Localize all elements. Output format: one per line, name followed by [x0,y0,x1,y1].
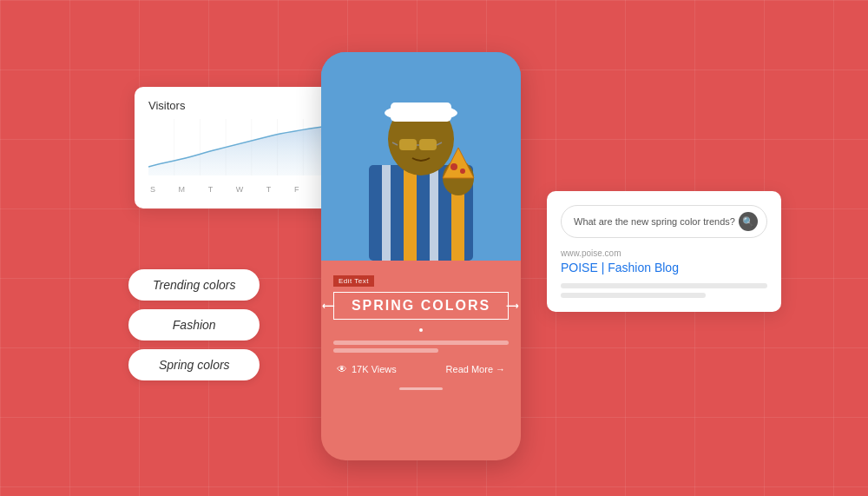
search-result-title[interactable]: POISE | Fashion Blog [561,261,767,274]
content-lines [333,341,509,353]
search-result-url: www.poise.com [561,248,767,258]
svg-point-25 [450,163,457,170]
spring-colors-button[interactable]: Spring colors [128,349,260,380]
content-line-2 [333,348,438,353]
analytics-title: Visitors [148,99,329,112]
fashion-button[interactable]: Fashion [128,309,260,341]
svg-point-26 [460,169,465,174]
search-result-line-1 [561,283,767,288]
person-svg [321,52,521,261]
search-card: What are the new spring color trends? 🔍 … [547,191,781,312]
phone-bottom-bar [399,387,443,390]
pills-container: Trending colors Fashion Spring colors [128,269,260,380]
chart-label-w: W [236,185,244,194]
spring-colors-title: SPRING COLORS [333,292,509,320]
edit-text-label: Edit Text [333,275,374,287]
chart-label-s1: S [150,185,155,194]
read-more-text: Read More [446,364,493,374]
search-query-text: What are the new spring color trends? [574,216,739,227]
analytics-card: Visitors S M T [135,87,343,208]
svg-rect-11 [430,165,438,261]
phone-footer: 👁 17K Views Read More → [333,363,509,375]
chart-labels: S M T W T F S [148,185,329,194]
views-section: 👁 17K Views [337,363,397,375]
search-box[interactable]: What are the new spring color trends? 🔍 [561,205,767,238]
svg-rect-9 [382,165,391,261]
chart-label-t2: T [266,185,272,194]
chart-area: S M T W T F S [148,119,329,190]
svg-rect-16 [391,103,451,122]
phone-image [321,52,521,261]
search-result-lines [561,283,767,298]
views-count: 17K Views [352,364,397,374]
eye-icon: 👁 [337,363,347,375]
phone-content: Edit Text SPRING COLORS 👁 17K Views Read… [321,261,521,400]
dot-indicator [419,328,423,332]
read-more-link[interactable]: Read More → [446,364,505,374]
chart-label-f: F [294,185,299,194]
visitors-chart [148,119,329,180]
svg-rect-17 [399,139,417,150]
arrow-right-icon: → [496,364,505,374]
search-icon-glyph: 🔍 [742,216,754,228]
chart-label-m: M [179,185,186,194]
search-result-line-2 [561,293,706,298]
content-line-1 [333,341,509,345]
chart-label-t1: T [208,185,214,194]
search-icon[interactable]: 🔍 [739,212,758,231]
trending-colors-button[interactable]: Trending colors [128,269,260,301]
svg-rect-18 [419,139,437,150]
svg-rect-10 [404,165,417,261]
phone-card: Edit Text SPRING COLORS 👁 17K Views Read… [321,52,521,460]
